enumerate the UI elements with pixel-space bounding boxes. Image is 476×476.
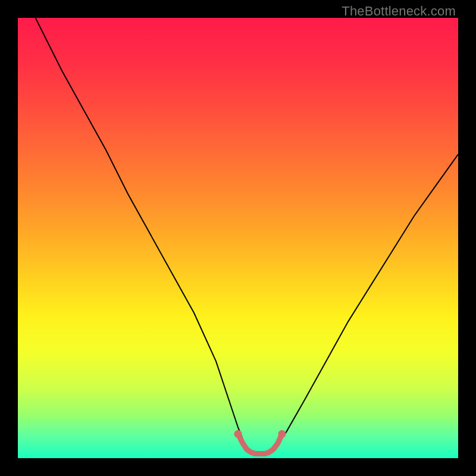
plot-area — [18, 18, 458, 458]
chart-svg — [18, 18, 458, 458]
gradient-bg — [18, 18, 458, 458]
watermark-text: TheBottleneck.com — [342, 4, 456, 19]
optimal-end-left — [234, 430, 242, 438]
optimal-end-right — [278, 430, 286, 438]
outer-black-frame: TheBottleneck.com — [0, 0, 476, 476]
